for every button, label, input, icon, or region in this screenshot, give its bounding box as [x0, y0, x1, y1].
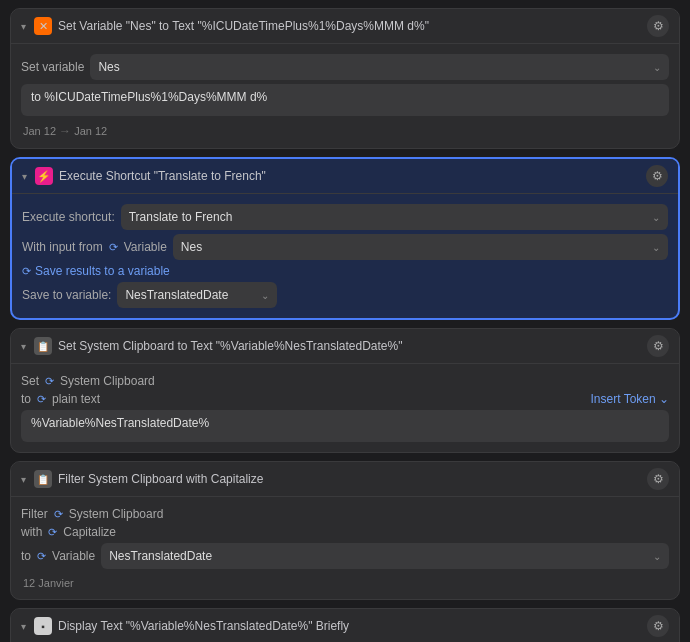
set-clipboard-plain-label: plain text	[52, 392, 100, 406]
filter-clipboard-filter-label: Filter	[21, 507, 48, 521]
set-variable-text-content: to %ICUDateTimePlus%1%Days%MMM d%	[31, 90, 267, 104]
save-results-label: Save results to a variable	[35, 264, 170, 278]
filter-clipboard-header: ▾ 📋 Filter System Clipboard with Capital…	[11, 462, 679, 497]
filter-clipboard-header-left: ▾ 📋 Filter System Clipboard with Capital…	[21, 470, 263, 488]
set-variable-body: Set variable Nes ⌄ to %ICUDateTimePlus%1…	[11, 44, 679, 148]
execute-shortcut-body: Execute shortcut: Translate to French ⌄ …	[12, 194, 678, 318]
filter-clipboard-var-chevron: ⌄	[653, 551, 661, 562]
execute-shortcut-variable-label: Variable	[124, 240, 167, 254]
set-variable-value-text: Nes	[98, 60, 119, 74]
save-to-chevron: ⌄	[261, 290, 269, 301]
save-to-row: Save to variable: NesTranslatedDate ⌄	[22, 282, 668, 308]
set-clipboard-insert-token[interactable]: Insert Token ⌄	[591, 392, 669, 406]
display-text-header: ▾ ▪ Display Text "%Variable%NesTranslate…	[11, 609, 679, 642]
set-clipboard-header-left: ▾ 📋 Set System Clipboard to Text "%Varia…	[21, 337, 402, 355]
set-clipboard-text[interactable]: %Variable%NesTranslatedDate%	[21, 410, 669, 442]
filter-clipboard-body: Filter ⟳ System Clipboard with ⟳ Capital…	[11, 497, 679, 599]
filter-clipboard-variable-text: NesTranslatedDate	[109, 549, 212, 563]
save-results-row: ⟳ Save results to a variable	[22, 264, 668, 278]
execute-shortcut-icon: ⚡	[35, 167, 53, 185]
set-variable-label: Set variable	[21, 60, 84, 74]
filter-clipboard-cycle1[interactable]: ⟳	[54, 508, 63, 521]
execute-shortcut-label: Execute shortcut:	[22, 210, 115, 224]
execute-shortcut-gear[interactable]: ⚙	[646, 165, 668, 187]
set-variable-block: ▾ ✕ Set Variable "Nes" to Text "%ICUDate…	[10, 8, 680, 149]
set-clipboard-header: ▾ 📋 Set System Clipboard to Text "%Varia…	[11, 329, 679, 364]
execute-shortcut-header: ▾ ⚡ Execute Shortcut "Translate to Frenc…	[12, 159, 678, 194]
set-clipboard-block: ▾ 📋 Set System Clipboard to Text "%Varia…	[10, 328, 680, 453]
filter-clipboard-row2: with ⟳ Capitalize	[21, 525, 669, 539]
execute-shortcut-header-left: ▾ ⚡ Execute Shortcut "Translate to Frenc…	[22, 167, 266, 185]
set-variable-header: ▾ ✕ Set Variable "Nes" to Text "%ICUDate…	[11, 9, 679, 44]
set-variable-header-left: ▾ ✕ Set Variable "Nes" to Text "%ICUDate…	[21, 17, 429, 35]
execute-shortcut-with-label: With input from	[22, 240, 103, 254]
filter-clipboard-to-label: to	[21, 549, 31, 563]
filter-clipboard-cycle3[interactable]: ⟳	[37, 550, 46, 563]
execute-shortcut-value-chevron: ⌄	[652, 212, 660, 223]
execute-shortcut-value-text: Translate to French	[129, 210, 233, 224]
set-clipboard-system-label: System Clipboard	[60, 374, 155, 388]
set-clipboard-title: Set System Clipboard to Text "%Variable%…	[58, 339, 402, 353]
filter-clipboard-row1: Filter ⟳ System Clipboard	[21, 507, 669, 521]
filter-clipboard-title: Filter System Clipboard with Capitalize	[58, 472, 263, 486]
filter-clipboard-icon: 📋	[34, 470, 52, 488]
set-clipboard-row2: to ⟳ plain text Insert Token ⌄	[21, 392, 669, 406]
set-clipboard-chevron[interactable]: ▾	[21, 341, 26, 352]
save-to-value[interactable]: NesTranslatedDate ⌄	[117, 282, 277, 308]
set-clipboard-cycle[interactable]: ⟳	[45, 375, 54, 388]
display-text-block: ▾ ▪ Display Text "%Variable%NesTranslate…	[10, 608, 680, 642]
filter-clipboard-variable-label: Variable	[52, 549, 95, 563]
filter-clipboard-hint: 12 Janvier	[21, 573, 669, 593]
set-clipboard-icon: 📋	[34, 337, 52, 355]
set-clipboard-row1: Set ⟳ System Clipboard	[21, 374, 669, 388]
set-clipboard-body: Set ⟳ System Clipboard to ⟳ plain text I…	[11, 364, 679, 452]
set-variable-chevron[interactable]: ▾	[21, 21, 26, 32]
execute-shortcut-row1: Execute shortcut: Translate to French ⌄	[22, 204, 668, 230]
execute-shortcut-chevron[interactable]: ▾	[22, 171, 27, 182]
execute-shortcut-variable-text: Nes	[181, 240, 202, 254]
set-variable-text-value[interactable]: to %ICUDateTimePlus%1%Days%MMM d%	[21, 84, 669, 116]
execute-shortcut-with-input-row: With input from ⟳ Variable Nes ⌄	[22, 234, 668, 260]
set-variable-icon: ✕	[34, 17, 52, 35]
filter-clipboard-capitalize-label: Capitalize	[63, 525, 116, 539]
execute-shortcut-variable-value[interactable]: Nes ⌄	[173, 234, 668, 260]
set-clipboard-to-label: to	[21, 392, 31, 406]
set-clipboard-to-cycle[interactable]: ⟳	[37, 393, 46, 406]
filter-clipboard-block: ▾ 📋 Filter System Clipboard with Capital…	[10, 461, 680, 600]
execute-shortcut-title: Execute Shortcut "Translate to French"	[59, 169, 266, 183]
display-text-header-left: ▾ ▪ Display Text "%Variable%NesTranslate…	[21, 617, 349, 635]
display-text-chevron[interactable]: ▾	[21, 621, 26, 632]
set-variable-row1: Set variable Nes ⌄	[21, 54, 669, 80]
save-results-cycle-icon[interactable]: ⟳	[22, 265, 31, 278]
execute-shortcut-var-chevron: ⌄	[652, 242, 660, 253]
display-text-icon: ▪	[34, 617, 52, 635]
set-clipboard-text-content: %Variable%NesTranslatedDate%	[31, 416, 209, 430]
display-text-title: Display Text "%Variable%NesTranslatedDat…	[58, 619, 349, 633]
set-variable-value-chevron: ⌄	[653, 62, 661, 73]
save-to-value-text: NesTranslatedDate	[125, 288, 228, 302]
filter-clipboard-cycle2[interactable]: ⟳	[48, 526, 57, 539]
set-variable-date-hint: Jan 12 → Jan 12	[21, 120, 669, 142]
set-variable-title: Set Variable "Nes" to Text "%ICUDateTime…	[58, 19, 429, 33]
execute-shortcut-block: ▾ ⚡ Execute Shortcut "Translate to Frenc…	[10, 157, 680, 320]
filter-clipboard-row3: to ⟳ Variable NesTranslatedDate ⌄	[21, 543, 669, 569]
set-clipboard-set-label: Set	[21, 374, 39, 388]
set-variable-value[interactable]: Nes ⌄	[90, 54, 669, 80]
filter-clipboard-system-label: System Clipboard	[69, 507, 164, 521]
set-clipboard-gear[interactable]: ⚙	[647, 335, 669, 357]
execute-shortcut-value[interactable]: Translate to French ⌄	[121, 204, 668, 230]
filter-clipboard-variable-value[interactable]: NesTranslatedDate ⌄	[101, 543, 669, 569]
execute-shortcut-cycle-icon[interactable]: ⟳	[109, 241, 118, 254]
set-variable-gear[interactable]: ⚙	[647, 15, 669, 37]
save-to-label: Save to variable:	[22, 288, 111, 302]
set-variable-arrow: →	[59, 124, 71, 138]
filter-clipboard-chevron[interactable]: ▾	[21, 474, 26, 485]
display-text-gear[interactable]: ⚙	[647, 615, 669, 637]
filter-clipboard-gear[interactable]: ⚙	[647, 468, 669, 490]
filter-clipboard-with-label: with	[21, 525, 42, 539]
